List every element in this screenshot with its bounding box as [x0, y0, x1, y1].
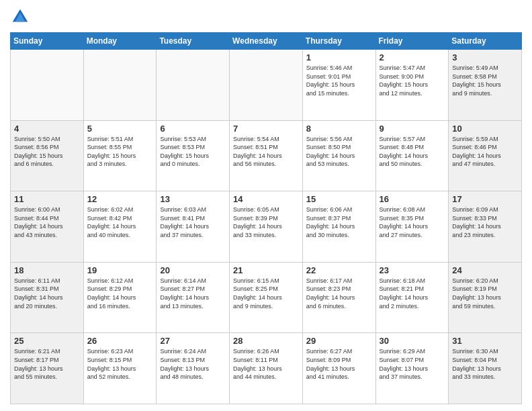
day-cell: 17Sunrise: 6:09 AM Sunset: 8:33 PM Dayli… [449, 191, 522, 263]
logo [10, 7, 33, 27]
day-cell: 10Sunrise: 5:59 AM Sunset: 8:46 PM Dayli… [449, 120, 522, 191]
day-info: Sunrise: 5:59 AM Sunset: 8:46 PM Dayligh… [452, 135, 518, 169]
day-cell: 20Sunrise: 6:14 AM Sunset: 8:27 PM Dayli… [157, 262, 230, 333]
day-info: Sunrise: 5:53 AM Sunset: 8:53 PM Dayligh… [160, 135, 226, 169]
day-info: Sunrise: 6:06 AM Sunset: 8:37 PM Dayligh… [306, 205, 372, 239]
day-cell: 28Sunrise: 6:26 AM Sunset: 8:11 PM Dayli… [230, 333, 303, 404]
day-cell: 5Sunrise: 5:51 AM Sunset: 8:55 PM Daylig… [83, 120, 157, 191]
day-number: 26 [87, 336, 153, 346]
day-info: Sunrise: 6:17 AM Sunset: 8:23 PM Dayligh… [306, 277, 372, 310]
day-cell: 6Sunrise: 5:53 AM Sunset: 8:53 PM Daylig… [157, 120, 230, 191]
day-number: 15 [306, 194, 372, 204]
page: SundayMondayTuesdayWednesdayThursdayFrid… [0, 0, 532, 411]
day-info: Sunrise: 6:05 AM Sunset: 8:39 PM Dayligh… [233, 205, 299, 239]
day-cell [83, 50, 157, 121]
day-cell: 24Sunrise: 6:20 AM Sunset: 8:19 PM Dayli… [449, 262, 522, 333]
day-cell: 25Sunrise: 6:21 AM Sunset: 8:17 PM Dayli… [11, 333, 84, 404]
day-cell: 26Sunrise: 6:23 AM Sunset: 8:15 PM Dayli… [83, 333, 157, 404]
day-info: Sunrise: 6:14 AM Sunset: 8:27 PM Dayligh… [160, 277, 226, 310]
day-number: 10 [452, 124, 518, 134]
col-header-tuesday: Tuesday [157, 33, 230, 50]
col-header-saturday: Saturday [449, 33, 522, 50]
week-row-0: 1Sunrise: 5:46 AM Sunset: 9:01 PM Daylig… [11, 50, 522, 121]
day-info: Sunrise: 5:50 AM Sunset: 8:56 PM Dayligh… [14, 135, 80, 169]
day-cell: 7Sunrise: 5:54 AM Sunset: 8:51 PM Daylig… [230, 120, 303, 191]
day-number: 22 [306, 265, 372, 275]
day-cell: 12Sunrise: 6:02 AM Sunset: 8:42 PM Dayli… [83, 191, 157, 263]
day-cell [230, 50, 303, 121]
day-info: Sunrise: 5:47 AM Sunset: 9:00 PM Dayligh… [380, 64, 445, 97]
day-cell: 4Sunrise: 5:50 AM Sunset: 8:56 PM Daylig… [11, 120, 84, 191]
day-number: 19 [87, 265, 153, 275]
day-cell: 31Sunrise: 6:30 AM Sunset: 8:04 PM Dayli… [449, 333, 522, 404]
day-number: 28 [233, 336, 299, 346]
day-cell [157, 50, 230, 121]
day-number: 5 [87, 124, 153, 134]
col-header-friday: Friday [375, 33, 449, 50]
week-row-3: 18Sunrise: 6:11 AM Sunset: 8:31 PM Dayli… [11, 262, 522, 333]
day-number: 7 [233, 124, 299, 134]
week-row-4: 25Sunrise: 6:21 AM Sunset: 8:17 PM Dayli… [11, 333, 522, 404]
day-cell: 1Sunrise: 5:46 AM Sunset: 9:01 PM Daylig… [302, 50, 375, 121]
day-info: Sunrise: 6:29 AM Sunset: 8:07 PM Dayligh… [380, 347, 445, 381]
day-info: Sunrise: 5:46 AM Sunset: 9:01 PM Dayligh… [306, 64, 372, 97]
col-header-monday: Monday [83, 33, 157, 50]
day-number: 31 [452, 336, 518, 346]
day-cell: 9Sunrise: 5:57 AM Sunset: 8:48 PM Daylig… [375, 120, 449, 191]
day-info: Sunrise: 6:09 AM Sunset: 8:33 PM Dayligh… [452, 205, 518, 239]
logo-icon [10, 7, 30, 27]
day-cell: 21Sunrise: 6:15 AM Sunset: 8:25 PM Dayli… [230, 262, 303, 333]
day-cell: 30Sunrise: 6:29 AM Sunset: 8:07 PM Dayli… [375, 333, 449, 404]
header [10, 7, 522, 27]
day-info: Sunrise: 6:27 AM Sunset: 8:09 PM Dayligh… [306, 347, 372, 381]
day-info: Sunrise: 6:03 AM Sunset: 8:41 PM Dayligh… [160, 205, 226, 239]
day-info: Sunrise: 5:57 AM Sunset: 8:48 PM Dayligh… [380, 135, 445, 169]
day-number: 4 [14, 124, 80, 134]
day-cell [11, 50, 84, 121]
day-number: 29 [306, 336, 372, 346]
day-cell: 22Sunrise: 6:17 AM Sunset: 8:23 PM Dayli… [302, 262, 375, 333]
day-number: 2 [380, 52, 445, 62]
day-info: Sunrise: 5:54 AM Sunset: 8:51 PM Dayligh… [233, 135, 299, 169]
day-info: Sunrise: 6:02 AM Sunset: 8:42 PM Dayligh… [87, 205, 153, 239]
day-info: Sunrise: 6:12 AM Sunset: 8:29 PM Dayligh… [87, 277, 153, 310]
day-cell: 11Sunrise: 6:00 AM Sunset: 8:44 PM Dayli… [11, 191, 84, 263]
day-cell: 19Sunrise: 6:12 AM Sunset: 8:29 PM Dayli… [83, 262, 157, 333]
day-number: 18 [14, 265, 80, 275]
day-number: 9 [380, 124, 445, 134]
day-info: Sunrise: 6:21 AM Sunset: 8:17 PM Dayligh… [14, 347, 80, 381]
header-row: SundayMondayTuesdayWednesdayThursdayFrid… [11, 33, 522, 50]
day-number: 16 [380, 194, 445, 204]
day-number: 17 [452, 194, 518, 204]
day-cell: 13Sunrise: 6:03 AM Sunset: 8:41 PM Dayli… [157, 191, 230, 263]
day-number: 6 [160, 124, 226, 134]
day-info: Sunrise: 5:49 AM Sunset: 8:58 PM Dayligh… [452, 64, 518, 97]
day-number: 8 [306, 124, 372, 134]
day-number: 14 [233, 194, 299, 204]
day-number: 11 [14, 194, 80, 204]
day-info: Sunrise: 6:08 AM Sunset: 8:35 PM Dayligh… [380, 205, 445, 239]
day-cell: 8Sunrise: 5:56 AM Sunset: 8:50 PM Daylig… [302, 120, 375, 191]
day-cell: 16Sunrise: 6:08 AM Sunset: 8:35 PM Dayli… [375, 191, 449, 263]
calendar-table: SundayMondayTuesdayWednesdayThursdayFrid… [10, 32, 522, 404]
day-number: 13 [160, 194, 226, 204]
day-cell: 3Sunrise: 5:49 AM Sunset: 8:58 PM Daylig… [449, 50, 522, 121]
day-cell: 2Sunrise: 5:47 AM Sunset: 9:00 PM Daylig… [375, 50, 449, 121]
day-cell: 29Sunrise: 6:27 AM Sunset: 8:09 PM Dayli… [302, 333, 375, 404]
day-cell: 23Sunrise: 6:18 AM Sunset: 8:21 PM Dayli… [375, 262, 449, 333]
day-info: Sunrise: 5:56 AM Sunset: 8:50 PM Dayligh… [306, 135, 372, 169]
day-info: Sunrise: 6:00 AM Sunset: 8:44 PM Dayligh… [14, 205, 80, 239]
day-info: Sunrise: 6:20 AM Sunset: 8:19 PM Dayligh… [452, 277, 518, 310]
day-cell: 15Sunrise: 6:06 AM Sunset: 8:37 PM Dayli… [302, 191, 375, 263]
day-number: 20 [160, 265, 226, 275]
day-info: Sunrise: 6:11 AM Sunset: 8:31 PM Dayligh… [14, 277, 80, 310]
day-info: Sunrise: 6:24 AM Sunset: 8:13 PM Dayligh… [160, 347, 226, 381]
day-cell: 27Sunrise: 6:24 AM Sunset: 8:13 PM Dayli… [157, 333, 230, 404]
col-header-thursday: Thursday [302, 33, 375, 50]
col-header-wednesday: Wednesday [230, 33, 303, 50]
day-number: 27 [160, 336, 226, 346]
day-number: 24 [452, 265, 518, 275]
day-number: 3 [452, 52, 518, 62]
week-row-1: 4Sunrise: 5:50 AM Sunset: 8:56 PM Daylig… [11, 120, 522, 191]
day-info: Sunrise: 6:15 AM Sunset: 8:25 PM Dayligh… [233, 277, 299, 310]
